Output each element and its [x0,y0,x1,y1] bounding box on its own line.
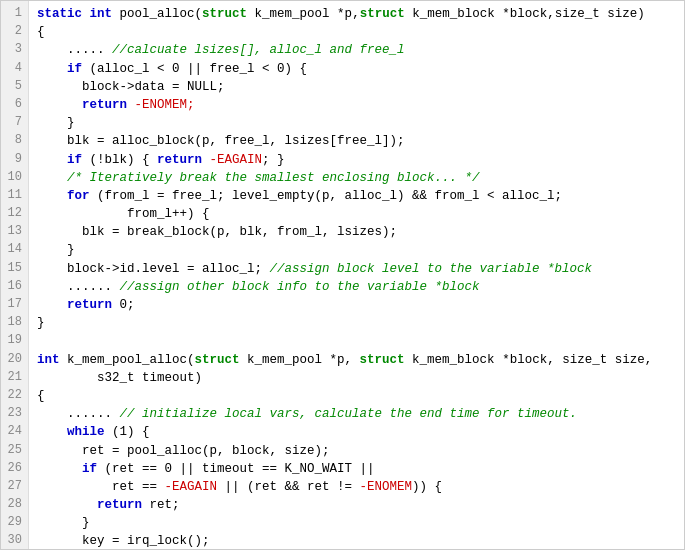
code-line-18: } [37,314,676,332]
code-line-24: while (1) { [37,423,676,441]
line-num-16: 16 [5,278,22,296]
line-num-8: 8 [5,132,22,150]
code-line-30: key = irq_lock(); [37,532,676,549]
line-num-1: 1 [5,5,22,23]
code-line-16: ...... //assign other block info to the … [37,278,676,296]
code-line-8: blk = alloc_block(p, free_l, lsizes[free… [37,132,676,150]
line-num-2: 2 [5,23,22,41]
code-area[interactable]: static int pool_alloc(struct k_mem_pool … [29,1,684,549]
code-line-10: /* Iteratively break the smallest enclos… [37,169,676,187]
line-num-18: 18 [5,314,22,332]
code-line-9: if (!blk) { return -EAGAIN; } [37,151,676,169]
code-line-28: return ret; [37,496,676,514]
line-num-11: 11 [5,187,22,205]
code-line-21: s32_t timeout) [37,369,676,387]
code-line-3: ..... //calcuate lsizes[], alloc_l and f… [37,41,676,59]
line-num-24: 24 [5,423,22,441]
code-line-20: int k_mem_pool_alloc(struct k_mem_pool *… [37,351,676,369]
line-num-21: 21 [5,369,22,387]
line-num-5: 5 [5,78,22,96]
line-num-22: 22 [5,387,22,405]
code-line-23: ...... // initialize local vars, calcula… [37,405,676,423]
line-num-14: 14 [5,241,22,259]
code-container: 1 2 3 4 5 6 7 8 9 10 11 12 13 14 15 16 1… [0,0,685,550]
code-line-14: } [37,241,676,259]
line-num-26: 26 [5,460,22,478]
line-num-30: 30 [5,532,22,550]
line-num-19: 19 [5,332,22,350]
code-line-15: block->id.level = alloc_l; //assign bloc… [37,260,676,278]
code-line-4: if (alloc_l < 0 || free_l < 0) { [37,60,676,78]
code-line-7: } [37,114,676,132]
line-num-23: 23 [5,405,22,423]
line-num-7: 7 [5,114,22,132]
code-line-26: if (ret == 0 || timeout == K_NO_WAIT || [37,460,676,478]
line-num-20: 20 [5,351,22,369]
code-line-25: ret = pool_alloc(p, block, size); [37,442,676,460]
code-line-5: block->data = NULL; [37,78,676,96]
code-line-27: ret == -EAGAIN || (ret && ret != -ENOMEM… [37,478,676,496]
code-line-17: return 0; [37,296,676,314]
code-line-29: } [37,514,676,532]
line-num-27: 27 [5,478,22,496]
code-line-22: { [37,387,676,405]
line-num-29: 29 [5,514,22,532]
code-line-6: return -ENOMEM; [37,96,676,114]
line-numbers: 1 2 3 4 5 6 7 8 9 10 11 12 13 14 15 16 1… [1,1,29,549]
code-line-11: for (from_l = free_l; level_empty(p, all… [37,187,676,205]
line-num-9: 9 [5,151,22,169]
code-line-2: { [37,23,676,41]
line-num-12: 12 [5,205,22,223]
line-num-28: 28 [5,496,22,514]
line-num-3: 3 [5,41,22,59]
code-line-19 [37,332,676,350]
line-num-10: 10 [5,169,22,187]
line-num-6: 6 [5,96,22,114]
line-num-25: 25 [5,442,22,460]
code-line-13: blk = break_block(p, blk, from_l, lsizes… [37,223,676,241]
code-line-12: from_l++) { [37,205,676,223]
code-line-1: static int pool_alloc(struct k_mem_pool … [37,5,676,23]
line-num-17: 17 [5,296,22,314]
line-num-13: 13 [5,223,22,241]
line-num-4: 4 [5,60,22,78]
line-num-15: 15 [5,260,22,278]
